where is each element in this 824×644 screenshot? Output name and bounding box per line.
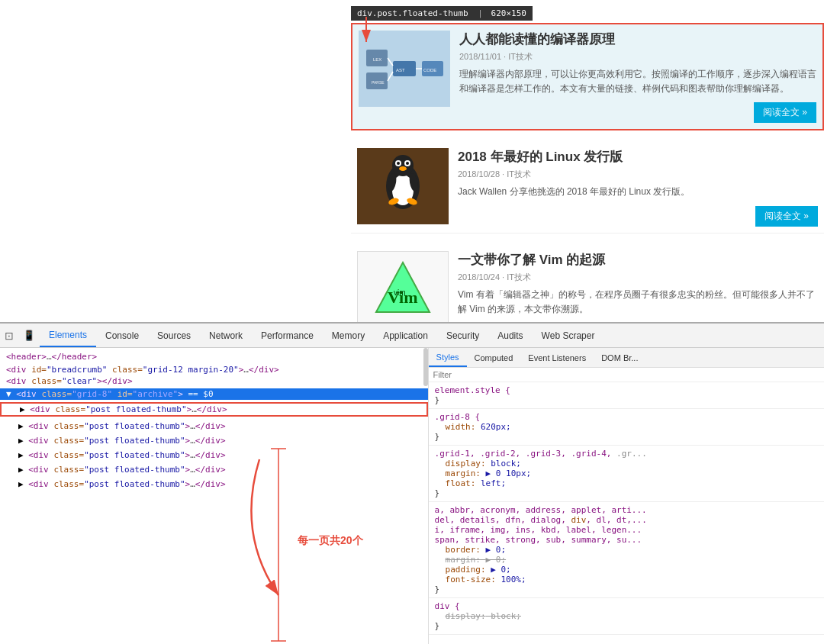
post-thumb-1: LEX PARSE AST CODE — [359, 31, 450, 107]
post-excerpt-1: 理解编译器内部原理，可以让你更高效利用它。按照编译的工作顺序，逐步深入编程语言和… — [459, 67, 816, 96]
css-close-brace: } — [435, 395, 818, 405]
css-filter-input[interactable] — [433, 370, 819, 379]
tab-elements[interactable]: Elements — [40, 324, 96, 347]
css-prop: padding: ▶ 0; — [446, 565, 818, 575]
css-prop: width: 620px; — [446, 422, 818, 432]
post-excerpt-2: Jack Wallen 分享他挑选的 2018 年最好的 Linux 发行版。 — [458, 185, 818, 199]
tab-performance[interactable]: Performance — [252, 324, 323, 347]
dom-line[interactable]: ▶ <div class="post floated-thumb">…</div… — [0, 464, 428, 475]
svg-text:PARSE: PARSE — [372, 80, 385, 85]
css-filter-bar — [429, 368, 824, 382]
tux-icon — [380, 152, 426, 221]
tab-sources[interactable]: Sources — [148, 324, 200, 347]
post-date-1: 2018/11/01 · IT技术 — [459, 51, 816, 63]
dom-line — [0, 491, 428, 493]
svg-point-17 — [406, 162, 409, 165]
post-thumb-2 — [357, 148, 449, 224]
css-selector-cont: del, details, dfn, dialog, div, dl, dt,.… — [435, 515, 818, 525]
post-excerpt-3: Vim 有着「编辑器之神」的称号，在程序员圈子有很多忠实的粉丝。但可能很多人并不… — [458, 288, 818, 317]
post-body-2: 2018 年最好的 Linux 发行版 2018/10/28 · IT技术 Ja… — [458, 148, 818, 226]
css-rule-grid-all: .grid-1, .grid-2, .grid-3, .grid-4, .gr.… — [429, 446, 824, 502]
css-selector: element.style { — [435, 385, 818, 395]
post-thumb-3: Vim vim — [357, 251, 449, 322]
dom-line[interactable]: <div id="breadcrumb" class="grid-12 marg… — [0, 364, 428, 375]
devtools-body: <header>…</header> <div id="breadcrumb" … — [0, 348, 824, 644]
post-item-3: Vim vim 一文带你了解 Vim 的起源 2018/10/24 · IT技术… — [351, 245, 824, 322]
css-rule-grid8: .grid-8 { width: 620px; } — [429, 409, 824, 446]
css-prop: display: block; — [446, 459, 818, 469]
svg-point-16 — [397, 162, 400, 165]
compiler-diagram-icon: LEX PARSE AST CODE — [362, 38, 446, 99]
dom-line[interactable]: <div class="clear"></div> — [0, 375, 428, 387]
svg-line-4 — [388, 58, 393, 66]
css-selector: a, abbr, acronym, address, applet, arti.… — [435, 505, 818, 515]
svg-text:AST: AST — [396, 68, 405, 72]
svg-text:CODE: CODE — [423, 68, 436, 72]
css-selector: .grid-8 { — [435, 412, 818, 422]
dom-line-highlighted[interactable]: ▶ <div class="post floated-thumb">…</div… — [0, 402, 428, 417]
css-selector: .grid-1, .grid-2, .grid-3, .grid-4, .gr.… — [435, 449, 818, 459]
css-selector-cont3: span, strike, strong, sub, summary, su..… — [435, 535, 818, 545]
post-body-1: 人人都能读懂的编译器原理 2018/11/01 · IT技术 理解编译器内部原理… — [459, 31, 816, 123]
svg-text:LEX: LEX — [373, 57, 381, 62]
post-date-3: 2018/10/24 · IT技术 — [458, 272, 818, 283]
element-tooltip: div.post.floated-thumb | 620×150 — [351, 6, 533, 21]
dom-line[interactable]: <header>…</header> — [0, 351, 428, 362]
devtools-icon-inspect[interactable]: ⊡ — [0, 324, 18, 347]
styles-sub-tabs: Styles Computed Event Listeners DOM Br..… — [429, 348, 824, 368]
css-rule-div: div { display: block; } — [429, 598, 824, 635]
dom-line[interactable]: ▶ <div class="post floated-thumb">…</div… — [0, 420, 428, 432]
css-rule-element-style: element.style { } — [429, 382, 824, 409]
post-item-1: LEX PARSE AST CODE 人人都能读懂的编译器原理 2018/11/… — [351, 23, 824, 130]
tab-console[interactable]: Console — [96, 324, 148, 347]
tab-webscraper[interactable]: Web Scraper — [533, 324, 604, 347]
css-close-brace: } — [435, 584, 818, 594]
posts-container: LEX PARSE AST CODE 人人都能读懂的编译器原理 2018/11/… — [351, 23, 824, 322]
tab-audits[interactable]: Audits — [488, 324, 532, 347]
svg-point-13 — [392, 155, 414, 176]
svg-point-18 — [399, 166, 407, 171]
tab-security[interactable]: Security — [437, 324, 488, 347]
dom-panel[interactable]: <header>…</header> <div id="breadcrumb" … — [0, 348, 429, 644]
sub-tab-styles[interactable]: Styles — [429, 348, 467, 367]
styles-panel: Styles Computed Event Listeners DOM Br..… — [429, 348, 824, 644]
post-body-3: 一文带你了解 Vim 的起源 2018/10/24 · IT技术 Vim 有着「… — [458, 251, 818, 322]
read-more-btn-1[interactable]: 阅读全文 » — [754, 102, 816, 123]
css-prop: float: left; — [446, 478, 818, 488]
dom-line[interactable]: ▶ <div class="post floated-thumb">…</div… — [0, 435, 428, 446]
tab-application[interactable]: Application — [374, 324, 437, 347]
devtools-icon-mobile[interactable]: 📱 — [18, 324, 40, 347]
css-prop: display: block; — [446, 611, 818, 621]
post-title-1: 人人都能读懂的编译器原理 — [459, 31, 816, 48]
dom-line-selected[interactable]: ▼ <div class="grid-8" id="archive"> == $… — [0, 388, 428, 400]
css-close-brace: } — [435, 621, 818, 631]
css-prop: margin: ▶ 0 10px; — [446, 469, 818, 478]
css-prop: font-size: 100%; — [446, 575, 818, 584]
sub-tab-dom-breakpoints[interactable]: DOM Br... — [594, 348, 645, 367]
css-prop: margin: ▶ 0; — [446, 555, 818, 565]
read-more-btn-2[interactable]: 阅读全文 » — [755, 206, 818, 227]
sub-tab-computed[interactable]: Computed — [467, 348, 521, 367]
post-title-3: 一文带你了解 Vim 的起源 — [458, 251, 818, 269]
svg-line-5 — [388, 72, 393, 81]
svg-text:vim: vim — [394, 288, 406, 297]
post-title-2: 2018 年最好的 Linux 发行版 — [458, 148, 818, 166]
css-prop: border: ▶ 0; — [446, 545, 818, 555]
tab-memory[interactable]: Memory — [323, 324, 374, 347]
devtools-panel: ⊡ 📱 Elements Console Sources Network Per… — [0, 322, 824, 644]
css-rule-reset: a, abbr, acronym, address, applet, arti.… — [429, 502, 824, 598]
dom-line[interactable]: ▶ <div class="post floated-thumb">…</div… — [0, 449, 428, 461]
css-close-brace: } — [435, 432, 818, 442]
tab-network[interactable]: Network — [200, 324, 252, 347]
css-selector: div { — [435, 601, 818, 611]
vim-logo-icon: Vim vim — [372, 259, 433, 320]
scroll-indicator — [423, 348, 428, 386]
devtools-tabs-bar: ⊡ 📱 Elements Console Sources Network Per… — [0, 324, 824, 348]
webpage-area: div.post.floated-thumb | 620×150 — [0, 0, 824, 322]
dom-line[interactable]: ▶ <div class="post floated-thumb">…</div… — [0, 478, 428, 490]
dom-line — [0, 400, 428, 401]
post-item-2: 2018 年最好的 Linux 发行版 2018/10/28 · IT技术 Ja… — [351, 142, 824, 233]
css-selector-cont2: i, iframe, img, ins, kbd, label, legen..… — [435, 525, 818, 535]
post-date-2: 2018/10/28 · IT技术 — [458, 169, 818, 180]
sub-tab-event-listeners[interactable]: Event Listeners — [520, 348, 594, 367]
